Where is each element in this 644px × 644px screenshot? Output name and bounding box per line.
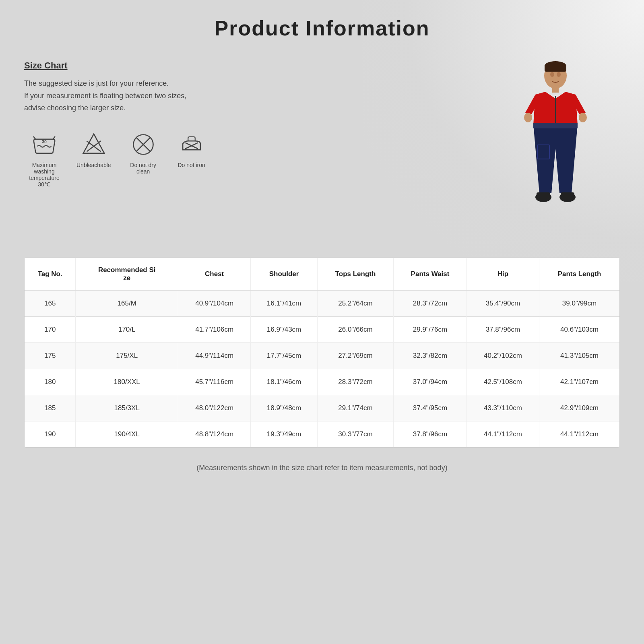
- cell-5-7: 44.1"/112cm: [539, 421, 619, 448]
- care-bleach-label: Unbleachable: [76, 162, 111, 168]
- care-icons-container: 30 Maximum washing temperature 30℃: [24, 130, 475, 188]
- cell-0-2: 40.9"/104cm: [178, 291, 251, 317]
- col-shoulder: Shoulder: [251, 258, 318, 291]
- table-row: 190190/4XL48.8"/124cm19.3"/49cm30.3"/77c…: [25, 421, 619, 448]
- svg-line-2: [53, 137, 55, 139]
- cell-3-0: 180: [25, 369, 76, 395]
- cell-2-5: 32.3"/82cm: [394, 343, 467, 369]
- svg-point-25: [557, 72, 561, 77]
- cell-0-4: 25.2"/64cm: [317, 291, 393, 317]
- cell-4-5: 37.4"/95cm: [394, 395, 467, 421]
- size-chart-description: The suggested size is just for your refe…: [24, 77, 475, 114]
- cell-3-2: 45.7"/116cm: [178, 369, 251, 395]
- care-wash-label: Maximum washing temperature 30℃: [24, 162, 64, 188]
- cell-2-1: 175/XL: [76, 343, 178, 369]
- cell-2-2: 44.9"/114cm: [178, 343, 251, 369]
- cell-5-1: 190/4XL: [76, 421, 178, 448]
- svg-rect-18: [533, 123, 578, 128]
- care-iron-label: Do not iron: [178, 162, 205, 168]
- cell-1-6: 37.8"/96cm: [466, 317, 539, 343]
- svg-point-17: [579, 113, 587, 122]
- no-iron-icon: [178, 130, 206, 159]
- cell-1-1: 170/L: [76, 317, 178, 343]
- cell-3-5: 37.0"/94cm: [394, 369, 467, 395]
- care-wash: 30 Maximum washing temperature 30℃: [24, 130, 64, 188]
- cell-5-6: 44.1"/112cm: [466, 421, 539, 448]
- svg-line-1: [34, 137, 35, 139]
- footer-note: (Measurements shown in the size chart re…: [24, 464, 620, 488]
- cell-4-0: 185: [25, 395, 76, 421]
- cell-0-3: 16.1"/41cm: [251, 291, 318, 317]
- table-row: 180180/XXL45.7"/116cm18.1"/46cm28.3"/72c…: [25, 369, 619, 395]
- table-row: 165165/M40.9"/104cm16.1"/41cm25.2"/64cm2…: [25, 291, 619, 317]
- care-bleach: Unbleachable: [76, 130, 111, 168]
- cell-2-6: 40.2"/102cm: [466, 343, 539, 369]
- col-waist: Pants Waist: [394, 258, 467, 291]
- cell-2-7: 41.3"/105cm: [539, 343, 619, 369]
- table-row: 185185/3XL48.0"/122cm18.9"/48cm29.1"/74c…: [25, 395, 619, 421]
- cell-0-1: 165/M: [76, 291, 178, 317]
- care-iron: Do not iron: [175, 130, 208, 168]
- cell-5-3: 19.3"/49cm: [251, 421, 318, 448]
- cell-4-2: 48.0"/122cm: [178, 395, 251, 421]
- cell-2-3: 17.7"/45cm: [251, 343, 318, 369]
- care-dry-clean: Do not dry clean: [123, 130, 163, 175]
- cell-3-4: 28.3"/72cm: [317, 369, 393, 395]
- svg-rect-20: [537, 192, 550, 199]
- cell-1-0: 170: [25, 317, 76, 343]
- cell-1-7: 40.6"/103cm: [539, 317, 619, 343]
- cell-0-7: 39.0"/99cm: [539, 291, 619, 317]
- cell-3-6: 42.5"/108cm: [466, 369, 539, 395]
- col-size: Recommended Size: [76, 258, 178, 291]
- table-header-row: Tag No. Recommended Size Chest Shoulder …: [25, 258, 619, 291]
- person-illustration: [503, 60, 608, 242]
- no-dry-clean-icon: [129, 130, 157, 159]
- svg-text:30: 30: [42, 139, 47, 144]
- cell-4-1: 185/3XL: [76, 395, 178, 421]
- cell-0-5: 28.3"/72cm: [394, 291, 467, 317]
- page-title: Product Information: [24, 16, 620, 40]
- cell-4-6: 43.3"/110cm: [466, 395, 539, 421]
- cell-0-6: 35.4"/90cm: [466, 291, 539, 317]
- cell-2-0: 175: [25, 343, 76, 369]
- col-chest: Chest: [178, 258, 251, 291]
- cell-3-3: 18.1"/46cm: [251, 369, 318, 395]
- svg-point-24: [550, 72, 554, 77]
- cell-5-2: 48.8"/124cm: [178, 421, 251, 448]
- cell-3-1: 180/XXL: [76, 369, 178, 395]
- product-image: [491, 60, 620, 242]
- cell-5-0: 190: [25, 421, 76, 448]
- cell-3-7: 42.1"/107cm: [539, 369, 619, 395]
- wash-icon: 30: [30, 130, 58, 159]
- cell-4-3: 18.9"/48cm: [251, 395, 318, 421]
- col-pants: Pants Length: [539, 258, 619, 291]
- col-tag: Tag No.: [25, 258, 76, 291]
- cell-1-5: 29.9"/76cm: [394, 317, 467, 343]
- cell-1-4: 26.0"/66cm: [317, 317, 393, 343]
- svg-rect-14: [550, 93, 561, 95]
- table-row: 175175/XL44.9"/114cm17.7"/45cm27.2"/69cm…: [25, 343, 619, 369]
- size-chart-heading: Size Chart: [24, 60, 475, 71]
- cell-2-4: 27.2"/69cm: [317, 343, 393, 369]
- svg-marker-3: [83, 134, 105, 153]
- svg-point-16: [524, 113, 532, 122]
- cell-1-2: 41.7"/106cm: [178, 317, 251, 343]
- size-chart-table: Tag No. Recommended Size Chest Shoulder …: [24, 258, 620, 448]
- cell-5-5: 37.8"/96cm: [394, 421, 467, 448]
- table-row: 170170/L41.7"/106cm16.9"/43cm26.0"/66cm2…: [25, 317, 619, 343]
- care-dry-clean-label: Do not dry clean: [123, 162, 163, 175]
- svg-rect-27: [545, 64, 566, 72]
- col-hip: Hip: [466, 258, 539, 291]
- svg-rect-22: [561, 192, 574, 199]
- no-bleach-icon: [80, 130, 108, 159]
- cell-5-4: 30.3"/77cm: [317, 421, 393, 448]
- col-tops: Tops Length: [317, 258, 393, 291]
- cell-1-3: 16.9"/43cm: [251, 317, 318, 343]
- cell-4-7: 42.9"/109cm: [539, 395, 619, 421]
- cell-0-0: 165: [25, 291, 76, 317]
- cell-4-4: 29.1"/74cm: [317, 395, 393, 421]
